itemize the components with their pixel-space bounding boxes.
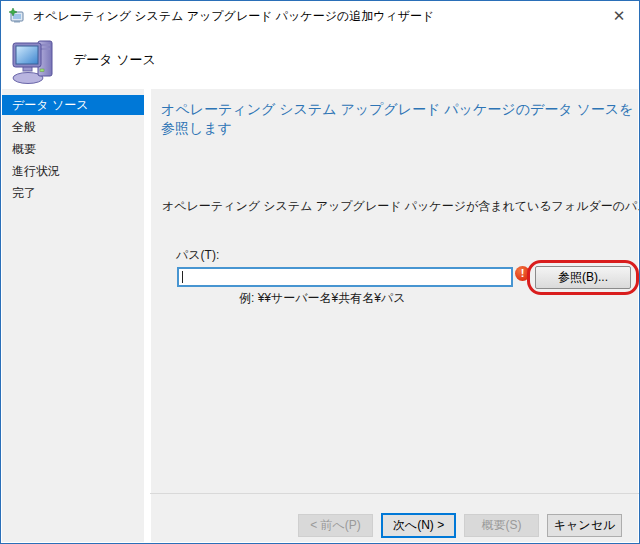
close-button[interactable]: ✕ — [599, 1, 639, 31]
summary-button[interactable]: 概要(S) — [464, 514, 539, 537]
validation-error-icon: ! — [515, 266, 530, 281]
sidebar-item-data-source[interactable]: データ ソース — [2, 95, 144, 115]
wizard-header: データ ソース — [1, 31, 639, 89]
back-button[interactable]: < 前へ(P) — [298, 514, 373, 537]
browse-button[interactable]: 参照(B)... — [535, 266, 631, 289]
footer-separator — [150, 493, 639, 494]
path-input[interactable] — [177, 267, 513, 287]
window-title: オペレーティング システム アップグレード パッケージの追加ウィザード — [33, 8, 599, 25]
path-example-text: 例: ¥¥サーバー名¥共有名¥パス — [239, 290, 406, 307]
instruction-text: オペレーティング システム アップグレード パッケージが含まれているフォルダーの… — [162, 198, 640, 215]
header-page-title: データ ソース — [73, 51, 156, 69]
sidebar-item-general[interactable]: 全般 — [2, 117, 144, 137]
path-label: パス(T): — [176, 247, 219, 264]
wizard-window: オペレーティング システム アップグレード パッケージの追加ウィザード ✕ デー… — [0, 0, 640, 544]
wizard-steps-sidebar: データ ソース 全般 概要 進行状況 完了 — [2, 89, 144, 542]
page-heading: オペレーティング システム アップグレード パッケージのデータ ソースを参照しま… — [161, 100, 635, 138]
wizard-content: オペレーティング システム アップグレード パッケージのデータ ソースを参照しま… — [151, 89, 638, 542]
sidebar-item-progress[interactable]: 進行状況 — [2, 161, 144, 181]
sidebar-item-completion[interactable]: 完了 — [2, 183, 144, 203]
add-package-app-icon — [9, 8, 26, 24]
title-bar: オペレーティング システム アップグレード パッケージの追加ウィザード ✕ — [1, 1, 639, 31]
sidebar-divider — [144, 89, 151, 542]
wizard-body: データ ソース 全般 概要 進行状況 完了 オペレーティング システム アップグ… — [2, 89, 638, 542]
text-caret — [182, 271, 183, 283]
next-button[interactable]: 次へ(N) > — [381, 513, 456, 538]
computer-icon — [11, 36, 57, 84]
cancel-button[interactable]: キャンセル — [547, 514, 622, 537]
sidebar-item-summary[interactable]: 概要 — [2, 139, 144, 159]
